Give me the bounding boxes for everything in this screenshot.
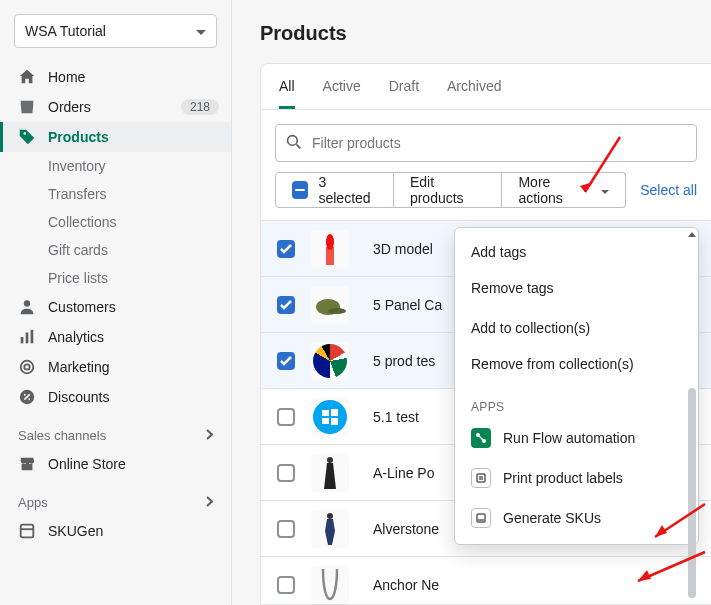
nav-sub-inventory[interactable]: Inventory <box>0 152 231 180</box>
svg-point-4 <box>21 361 34 374</box>
filter-products-input[interactable] <box>275 124 697 162</box>
tab-archived[interactable]: Archived <box>447 64 501 109</box>
store-icon <box>18 455 36 473</box>
nav-label: Orders <box>48 99 169 115</box>
svg-rect-1 <box>21 337 24 343</box>
chevron-right-icon <box>206 428 213 443</box>
svg-point-8 <box>28 398 30 400</box>
product-thumbnail <box>311 454 349 492</box>
dd-item-label: Print product labels <box>503 470 623 486</box>
svg-rect-16 <box>331 409 338 416</box>
nav-analytics[interactable]: Analytics <box>0 322 231 352</box>
nav-customers[interactable]: Customers <box>0 292 231 322</box>
scrollbar-up-icon <box>688 232 696 237</box>
chevron-down-icon <box>196 23 206 39</box>
indeterminate-checkbox-icon <box>292 181 308 199</box>
nav-sub-collections[interactable]: Collections <box>0 208 231 236</box>
sales-channels-heading[interactable]: Sales channels <box>0 412 231 449</box>
nav-home[interactable]: Home <box>0 62 231 92</box>
dd-generate-skus[interactable]: Generate SKUs <box>455 498 698 538</box>
store-name: WSA Tutorial <box>25 23 106 39</box>
svg-point-0 <box>24 300 30 306</box>
product-row[interactable]: Anchor Ne <box>261 557 711 604</box>
orders-icon <box>18 98 36 116</box>
product-thumbnail <box>311 286 349 324</box>
svg-rect-18 <box>331 418 338 425</box>
nav-sub-transfers[interactable]: Transfers <box>0 180 231 208</box>
nav-orders[interactable]: Orders 218 <box>0 92 231 122</box>
filter-input-field[interactable] <box>312 135 686 151</box>
nav-label: Home <box>48 69 219 85</box>
svg-point-19 <box>327 457 333 463</box>
more-actions-button[interactable]: More actions <box>502 172 626 208</box>
dd-item-label: Run Flow automation <box>503 430 635 446</box>
store-switcher[interactable]: WSA Tutorial <box>14 14 217 48</box>
dd-add-tags[interactable]: Add tags <box>455 234 698 270</box>
section-label: Sales channels <box>18 428 106 443</box>
flow-icon <box>471 428 491 448</box>
nav-products[interactable]: Products <box>0 122 231 152</box>
svg-point-14 <box>328 308 346 314</box>
dd-print-labels[interactable]: Print product labels <box>455 458 698 498</box>
row-checkbox[interactable] <box>277 576 295 594</box>
section-label: Apps <box>18 495 48 510</box>
product-thumbnail <box>311 230 349 268</box>
edit-products-button[interactable]: Edit products <box>394 172 503 208</box>
selection-count[interactable]: 3 selected <box>275 172 394 208</box>
row-checkbox[interactable] <box>277 296 295 314</box>
analytics-icon <box>18 328 36 346</box>
svg-rect-15 <box>322 410 329 416</box>
nav-sub-gift-cards[interactable]: Gift cards <box>0 236 231 264</box>
row-checkbox[interactable] <box>277 520 295 538</box>
selected-count-label: 3 selected <box>318 174 376 206</box>
bulk-action-bar: 3 selected Edit products More actions Se… <box>261 172 711 220</box>
primary-nav: Home Orders 218 Products Inventory Trans… <box>0 62 231 412</box>
filter-row <box>261 110 711 172</box>
dd-item-label: Generate SKUs <box>503 510 601 526</box>
svg-point-7 <box>24 394 26 396</box>
row-checkbox[interactable] <box>277 352 295 370</box>
nav-app-skugen[interactable]: SKUGen <box>0 516 231 546</box>
home-icon <box>18 68 36 86</box>
chevron-right-icon <box>206 495 213 510</box>
svg-rect-24 <box>477 514 485 522</box>
product-thumbnail <box>311 342 349 380</box>
search-icon <box>286 134 302 153</box>
svg-rect-3 <box>31 330 34 344</box>
tab-draft[interactable]: Draft <box>389 64 419 109</box>
page-title: Products <box>260 22 711 45</box>
svg-point-12 <box>326 234 334 250</box>
nav-label: Products <box>48 129 219 145</box>
button-label: More actions <box>518 174 591 206</box>
row-checkbox[interactable] <box>277 408 295 426</box>
apps-heading[interactable]: Apps <box>0 479 231 516</box>
tag-icon <box>18 128 36 146</box>
select-all-link[interactable]: Select all <box>640 182 697 198</box>
button-label: Edit products <box>410 174 486 206</box>
nav-marketing[interactable]: Marketing <box>0 352 231 382</box>
dd-add-to-collections[interactable]: Add to collection(s) <box>455 310 698 346</box>
product-tabs: All Active Draft Archived <box>261 64 711 110</box>
dd-remove-tags[interactable]: Remove tags <box>455 270 698 306</box>
nav-sub-price-lists[interactable]: Price lists <box>0 264 231 292</box>
dd-run-flow[interactable]: Run Flow automation <box>455 418 698 458</box>
tab-active[interactable]: Active <box>323 64 361 109</box>
dd-remove-from-collections[interactable]: Remove from collection(s) <box>455 346 698 382</box>
product-thumbnail <box>311 510 349 548</box>
nav-label: Analytics <box>48 329 219 345</box>
caret-down-icon <box>601 182 609 198</box>
nav-label: Customers <box>48 299 219 315</box>
tab-all[interactable]: All <box>279 64 295 109</box>
svg-point-5 <box>24 364 29 369</box>
dropdown-scrollbar[interactable] <box>688 388 696 598</box>
nav-discounts[interactable]: Discounts <box>0 382 231 412</box>
svg-rect-9 <box>21 525 34 538</box>
nav-online-store[interactable]: Online Store <box>0 449 231 479</box>
label-icon <box>471 468 491 488</box>
sku-icon <box>471 508 491 528</box>
nav-label: Online Store <box>48 456 219 472</box>
svg-rect-17 <box>322 418 329 424</box>
row-checkbox[interactable] <box>277 464 295 482</box>
person-icon <box>18 298 36 316</box>
row-checkbox[interactable] <box>277 240 295 258</box>
